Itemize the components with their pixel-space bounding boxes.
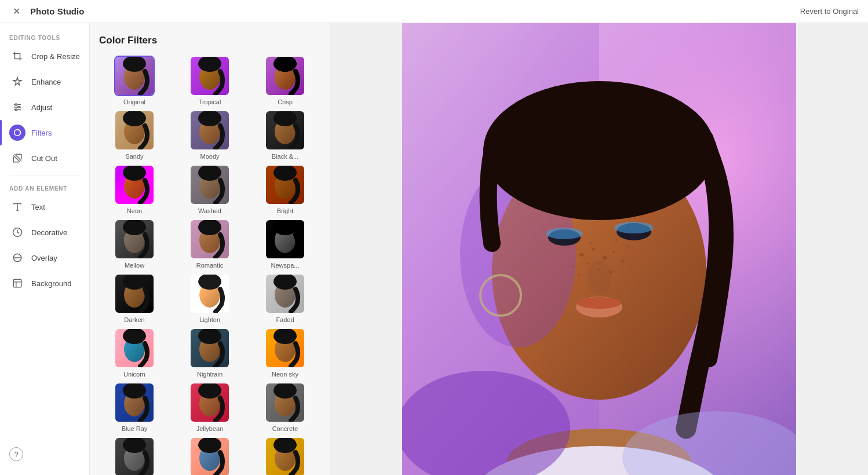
- filter-color-darken: [115, 275, 154, 313]
- sidebar-item-decorative[interactable]: Decorative: [0, 220, 89, 245]
- filter-item-faded[interactable]: Faded: [250, 273, 320, 323]
- canvas-area: [330, 23, 868, 475]
- filter-thumb-crisp: [265, 56, 305, 96]
- filter-name-black: Black &...: [272, 153, 298, 160]
- crop-label: Crop & Resize: [31, 52, 80, 61]
- svg-point-72: [546, 228, 583, 239]
- enhance-icon: [9, 74, 25, 90]
- add-element-label: ADD AN ELEMENT: [0, 181, 89, 194]
- filter-item-more1[interactable]: [99, 437, 170, 475]
- filter-item-darken[interactable]: Darken: [99, 273, 170, 323]
- filter-thumb-lighten: [189, 273, 230, 314]
- filter-color-washed: [191, 166, 229, 204]
- filter-thumb-romantic: [189, 219, 230, 260]
- cutout-icon: [9, 150, 25, 166]
- filter-thumb-washed: [189, 165, 230, 205]
- sidebar-item-filters[interactable]: Filters: [0, 120, 89, 145]
- filter-thumb-blueray: [114, 382, 155, 423]
- filter-name-romantic: Romantic: [196, 262, 223, 269]
- filter-item-nightrain[interactable]: Nightrain: [174, 328, 245, 378]
- filters-label: Filters: [31, 129, 52, 137]
- background-label: Background: [31, 279, 71, 288]
- filter-item-concrete[interactable]: Concrete: [250, 382, 320, 432]
- sidebar-item-cutout[interactable]: Cut Out: [0, 145, 89, 171]
- filter-item-newspaper[interactable]: Newspa...: [250, 219, 320, 269]
- filter-color-jellybean: [191, 383, 229, 422]
- filter-name-moody: Moody: [200, 153, 219, 160]
- svg-point-4: [15, 104, 17, 105]
- filter-color-crisp: [266, 57, 304, 95]
- filter-item-original[interactable]: Original: [99, 56, 170, 105]
- sidebar-item-overlay[interactable]: Overlay: [0, 245, 89, 271]
- filter-item-jellybean[interactable]: Jellybean: [174, 382, 245, 432]
- filter-name-sandy: Sandy: [125, 153, 143, 160]
- sidebar-item-text[interactable]: Text: [0, 194, 89, 220]
- svg-point-5: [18, 107, 20, 108]
- filter-item-romantic[interactable]: Romantic: [174, 219, 245, 269]
- help-button[interactable]: ?: [9, 447, 23, 461]
- adjust-label: Adjust: [31, 103, 52, 112]
- filter-thumb-newspaper: [265, 219, 305, 260]
- topbar: ✕ Photo Studio Revert to Original: [0, 0, 868, 23]
- close-button[interactable]: ✕: [9, 5, 23, 19]
- filter-item-black[interactable]: Black &...: [250, 110, 320, 160]
- filter-name-blueray: Blue Ray: [122, 425, 148, 432]
- filter-thumb-mellow: [114, 219, 155, 260]
- filter-item-tropical[interactable]: Tropical: [174, 56, 245, 105]
- sidebar-item-enhance[interactable]: Enhance: [0, 69, 89, 94]
- svg-point-84: [621, 260, 624, 262]
- revert-button[interactable]: Revert to Original: [800, 7, 859, 16]
- filter-thumb-black: [265, 110, 305, 151]
- text-icon: [9, 199, 25, 215]
- filter-thumb-more1: [114, 437, 155, 475]
- filter-name-faded: Faded: [276, 316, 294, 323]
- cutout-label: Cut Out: [31, 154, 57, 163]
- filter-item-moody[interactable]: Moody: [174, 110, 245, 160]
- filter-name-neonsky: Neon sky: [272, 371, 298, 378]
- filter-color-neon: [115, 166, 154, 204]
- filter-thumb-more2: [189, 437, 230, 475]
- filter-panel: Color Filters Original Tropical: [90, 23, 330, 475]
- filter-name-neon: Neon: [127, 207, 142, 214]
- filter-item-sandy[interactable]: Sandy: [99, 110, 170, 160]
- svg-rect-12: [13, 279, 21, 287]
- filter-thumb-moody: [189, 110, 230, 151]
- filter-thumb-neon: [114, 165, 155, 205]
- filter-item-unicorn[interactable]: Unicorn: [99, 328, 170, 378]
- filter-color-newspaper: [266, 220, 304, 258]
- filter-thumb-darken: [114, 273, 155, 314]
- svg-point-80: [592, 248, 595, 251]
- filter-item-washed[interactable]: Washed: [174, 165, 245, 214]
- sidebar-item-background[interactable]: Background: [0, 271, 89, 296]
- filter-item-crisp[interactable]: Crisp: [250, 56, 320, 105]
- filter-item-mellow[interactable]: Mellow: [99, 219, 170, 269]
- svg-point-81: [603, 256, 607, 260]
- overlay-icon: [9, 250, 25, 266]
- svg-point-90: [589, 242, 592, 244]
- filter-item-bright[interactable]: Bright: [250, 165, 320, 214]
- filter-name-concrete: Concrete: [272, 425, 298, 432]
- filter-color-romantic: [191, 220, 229, 258]
- svg-point-77: [483, 81, 715, 220]
- filter-thumb-bright: [265, 165, 305, 205]
- filter-item-more2[interactable]: [174, 437, 245, 475]
- filter-item-more3[interactable]: [250, 437, 320, 475]
- filter-color-mellow: [115, 220, 154, 258]
- filter-thumb-faded: [265, 273, 305, 314]
- filter-name-bright: Bright: [277, 207, 294, 214]
- svg-point-91: [615, 239, 618, 242]
- sidebar-bottom: ?: [0, 440, 89, 468]
- filter-color-moody: [191, 111, 229, 149]
- svg-point-76: [577, 297, 621, 309]
- filter-item-neonsky[interactable]: Neon sky: [250, 328, 320, 378]
- filter-item-blueray[interactable]: Blue Ray: [99, 382, 170, 432]
- sidebar-item-crop[interactable]: Crop & Resize: [0, 43, 89, 69]
- svg-point-82: [612, 251, 615, 253]
- filter-item-neon[interactable]: Neon: [99, 165, 170, 214]
- panel-title: Color Filters: [99, 35, 320, 46]
- sidebar-divider: [9, 176, 80, 176]
- sidebar-item-adjust[interactable]: Adjust: [0, 94, 89, 120]
- filter-color-more1: [115, 438, 154, 475]
- filter-name-lighten: Lighten: [199, 316, 220, 323]
- filter-item-lighten[interactable]: Lighten: [174, 273, 245, 323]
